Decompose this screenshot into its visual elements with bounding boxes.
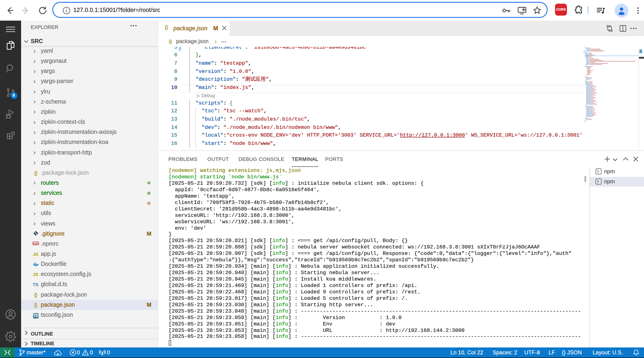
svg-text:npm: npm [33, 242, 38, 245]
